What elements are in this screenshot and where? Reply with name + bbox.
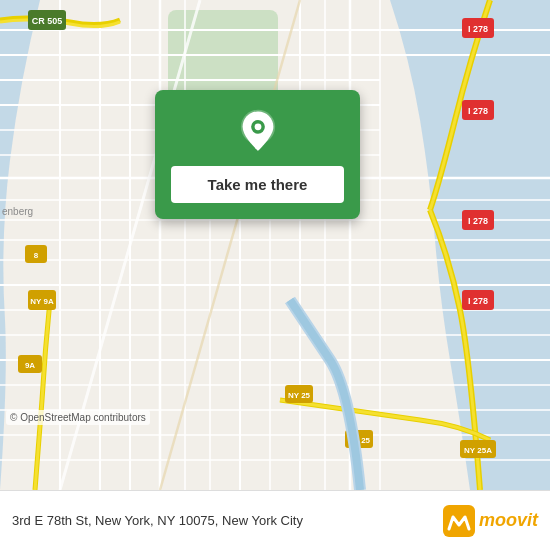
svg-text:CR 505: CR 505 <box>32 16 63 26</box>
map-container: CR 505 I 278 I 278 I 278 I 278 NY 9A 9A … <box>0 0 550 490</box>
bottom-bar: 3rd E 78th St, New York, NY 10075, New Y… <box>0 490 550 550</box>
svg-text:NY 25A: NY 25A <box>464 446 492 455</box>
svg-text:enberg: enberg <box>2 206 33 217</box>
svg-text:NY 25: NY 25 <box>288 391 311 400</box>
svg-point-61 <box>254 123 261 130</box>
svg-text:I 278: I 278 <box>468 106 488 116</box>
location-card: Take me there <box>155 90 360 219</box>
svg-text:I 278: I 278 <box>468 216 488 226</box>
address-label: 3rd E 78th St, New York, NY 10075, New Y… <box>12 513 443 528</box>
moovit-icon <box>443 505 475 537</box>
take-me-there-button[interactable]: Take me there <box>171 166 344 203</box>
map-attribution: © OpenStreetMap contributors <box>6 410 150 425</box>
svg-text:NY 9A: NY 9A <box>30 297 54 306</box>
moovit-label: moovit <box>479 510 538 531</box>
svg-rect-62 <box>443 505 475 537</box>
svg-text:I 278: I 278 <box>468 24 488 34</box>
svg-text:8: 8 <box>34 251 39 260</box>
svg-text:9A: 9A <box>25 361 35 370</box>
svg-text:I 278: I 278 <box>468 296 488 306</box>
moovit-logo: moovit <box>443 505 538 537</box>
location-pin-icon <box>234 108 282 156</box>
